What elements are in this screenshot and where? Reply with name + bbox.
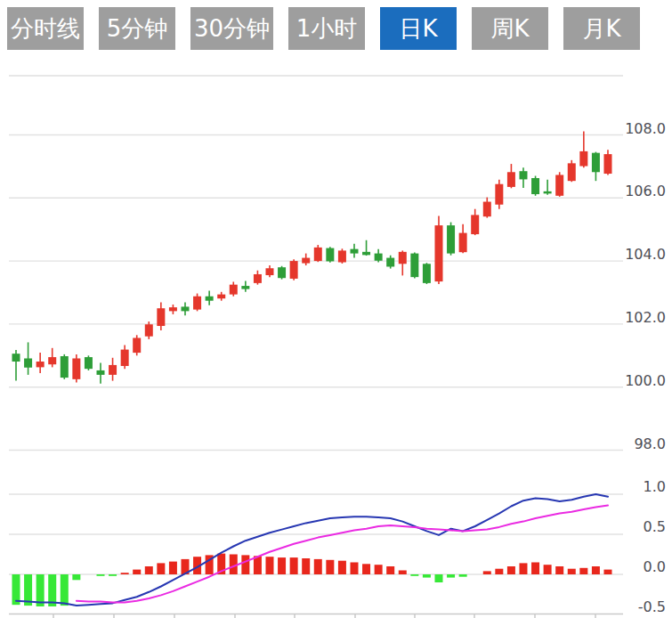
candle-body bbox=[265, 268, 273, 275]
macd-bar bbox=[592, 566, 600, 574]
candle-body bbox=[278, 267, 286, 278]
candle-body bbox=[544, 191, 552, 194]
macd-bar bbox=[495, 569, 503, 574]
candle-body bbox=[326, 248, 334, 262]
candle-body bbox=[36, 362, 45, 367]
macd-bar bbox=[362, 564, 370, 574]
price-axis-label: 98.0 bbox=[634, 435, 666, 452]
macd-bar bbox=[423, 574, 431, 578]
macd-bar bbox=[338, 561, 346, 574]
candle-body bbox=[410, 254, 418, 278]
macd-bar bbox=[447, 574, 455, 578]
candle-body bbox=[181, 306, 189, 311]
candle-body bbox=[290, 261, 298, 279]
candle-body bbox=[555, 175, 563, 195]
macd-bar bbox=[109, 574, 117, 576]
candle-body bbox=[193, 297, 201, 310]
macd-bar bbox=[302, 558, 310, 574]
macd-bar bbox=[265, 557, 273, 574]
macd-axis-label: 0.5 bbox=[644, 518, 666, 535]
macd-bar bbox=[133, 570, 141, 574]
macd-bar bbox=[61, 574, 69, 606]
candle-body bbox=[61, 356, 69, 378]
macd-bar bbox=[579, 568, 587, 574]
macd-bar bbox=[507, 566, 515, 574]
candle-body bbox=[483, 202, 491, 217]
macd-bar bbox=[519, 563, 527, 574]
price-axis-label: 104.0 bbox=[625, 246, 666, 263]
candle-body bbox=[206, 297, 214, 301]
candle-body bbox=[362, 252, 370, 256]
candle-body bbox=[592, 153, 600, 173]
candle-body bbox=[459, 233, 467, 253]
macd-bar bbox=[410, 574, 418, 576]
candle-body bbox=[568, 163, 576, 181]
macd-axis-label: -0.5 bbox=[638, 598, 666, 615]
candle-body bbox=[72, 358, 80, 378]
candle-body bbox=[241, 286, 249, 289]
macd-bar bbox=[399, 571, 407, 575]
candle-body bbox=[217, 295, 225, 299]
price-axis-label: 106.0 bbox=[625, 183, 666, 199]
macd-bar bbox=[350, 563, 358, 575]
candle-body bbox=[423, 264, 431, 283]
candle-body bbox=[121, 350, 129, 366]
candle-body bbox=[12, 354, 20, 362]
candle-body bbox=[375, 254, 383, 261]
candle-body bbox=[350, 249, 358, 254]
candle-body bbox=[434, 225, 442, 281]
candle-body bbox=[507, 172, 515, 187]
candle-body bbox=[24, 358, 32, 367]
candle-body bbox=[48, 357, 56, 364]
macd-bar bbox=[555, 566, 563, 574]
macd-bar bbox=[314, 559, 322, 574]
macd-bar bbox=[544, 565, 552, 574]
price-axis-label: 108.0 bbox=[625, 120, 666, 137]
dif-line bbox=[16, 494, 608, 606]
candle-body bbox=[471, 215, 479, 234]
macd-bar bbox=[568, 569, 576, 574]
macd-axis-label: 1.0 bbox=[644, 478, 666, 495]
macd-bar bbox=[375, 565, 383, 574]
macd-bar bbox=[531, 563, 539, 575]
candle-body bbox=[338, 250, 346, 262]
candle-body bbox=[579, 151, 587, 167]
candle-body bbox=[133, 337, 141, 353]
macd-bar bbox=[241, 555, 249, 574]
macd-bar bbox=[278, 557, 286, 574]
macd-bar bbox=[386, 566, 394, 574]
candle-body bbox=[603, 154, 611, 174]
price-axis-label: 102.0 bbox=[625, 309, 666, 326]
macd-bar bbox=[96, 574, 104, 576]
candle-body bbox=[230, 285, 238, 295]
candle-body bbox=[85, 357, 93, 369]
candle-body bbox=[531, 178, 539, 194]
candle-body bbox=[96, 370, 104, 375]
candle-body bbox=[399, 252, 407, 264]
candle-body bbox=[157, 308, 165, 326]
candle-body bbox=[169, 307, 177, 311]
macd-bar bbox=[157, 563, 165, 574]
macd-bar bbox=[72, 574, 80, 580]
macd-bar bbox=[434, 574, 442, 582]
macd-bar bbox=[145, 566, 153, 574]
price-axis-label: 100.0 bbox=[625, 372, 666, 389]
candle-body bbox=[519, 171, 527, 179]
macd-bar bbox=[603, 570, 611, 574]
macd-bar bbox=[169, 562, 177, 574]
macd-bar bbox=[290, 557, 298, 574]
macd-bar bbox=[459, 574, 467, 577]
candle-body bbox=[109, 365, 117, 375]
candle-body bbox=[314, 248, 322, 261]
candle-body bbox=[447, 225, 455, 254]
macd-axis-label: 0.0 bbox=[644, 558, 666, 575]
macd-bar bbox=[326, 560, 334, 574]
candle-body bbox=[302, 258, 310, 264]
candle-body bbox=[145, 324, 153, 336]
macd-bar bbox=[121, 573, 129, 574]
kline-chart[interactable]: 108.0106.0104.0102.0100.098.01.00.50.0-0… bbox=[0, 0, 672, 618]
candle-body bbox=[254, 274, 262, 283]
candle-body bbox=[386, 258, 394, 267]
candle-body bbox=[495, 184, 503, 205]
macd-bar bbox=[483, 571, 491, 574]
